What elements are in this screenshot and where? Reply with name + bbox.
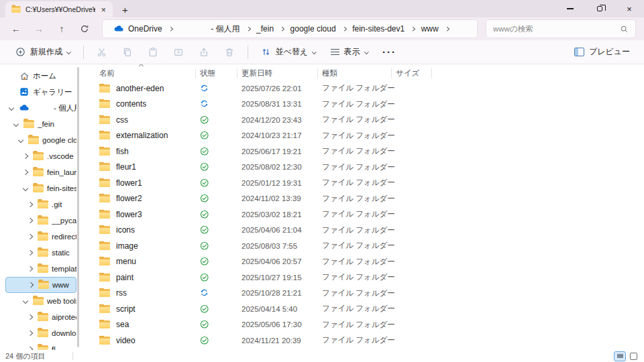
file-row-menu[interactable]: menu2025/04/06 20:57ファイル フォルダー <box>87 254 644 270</box>
file-row-image[interactable]: image2025/08/03 7:55ファイル フォルダー <box>87 238 644 254</box>
file-type: ファイル フォルダー <box>322 146 396 156</box>
sidebar-item-download[interactable]: download <box>5 325 76 341</box>
refresh-button[interactable] <box>74 19 95 38</box>
chevron-right-icon[interactable] <box>27 266 32 272</box>
sidebar-item-fein-sites-dev1[interactable]: fein-sites-dev1 <box>5 180 76 196</box>
file-row-another-eden[interactable]: another-eden2025/07/26 22:01ファイル フォルダー <box>87 80 644 97</box>
breadcrumb-item-fein[interactable]: _fein <box>252 24 278 34</box>
breadcrumb-item-personal[interactable]: - 個人用 <box>207 23 244 35</box>
share-button[interactable] <box>193 43 215 62</box>
sidebar-item-onedrive-personal[interactable]: - 個人用 <box>5 100 76 116</box>
breadcrumb-item-onedrive[interactable]: OneDrive <box>109 23 166 34</box>
sidebar-item-home[interactable]: ホーム <box>5 68 76 84</box>
file-row-flower2[interactable]: flower22024/11/02 13:39ファイル フォルダー <box>87 191 644 207</box>
breadcrumb-item-www[interactable]: www <box>417 24 443 34</box>
sidebar-item-vscode[interactable]: .vscode <box>5 148 76 164</box>
file-row-rss[interactable]: rss2025/10/28 21:21ファイル フォルダー <box>87 286 644 302</box>
file-name: flower2 <box>116 194 142 203</box>
chevron-down-icon[interactable] <box>17 137 23 143</box>
search-box[interactable]: wwwの検索 <box>486 19 636 38</box>
chevron-right-icon[interactable] <box>27 218 32 223</box>
breadcrumb[interactable]: OneDrive- 個人用_feingoogle cloudfein-sites… <box>102 19 478 38</box>
cut-button[interactable] <box>91 43 113 62</box>
rename-button[interactable]: A <box>167 43 190 62</box>
file-row-sea[interactable]: sea2025/05/06 17:30ファイル フォルダー <box>87 317 644 333</box>
details-view-toggle[interactable] <box>614 351 626 361</box>
paste-button[interactable] <box>142 43 164 62</box>
new-tab-button[interactable]: + <box>122 4 128 15</box>
preview-button[interactable]: プレビュー <box>568 43 636 62</box>
file-row-contents[interactable]: contents2025/08/31 13:31ファイル フォルダー <box>87 97 644 113</box>
forward-button[interactable]: → <box>28 19 50 38</box>
chevron-right-icon[interactable] <box>168 27 172 31</box>
sidebar-item-google-cloud[interactable]: google cloud <box>5 132 76 148</box>
sidebar-item-templates[interactable]: templates <box>5 261 76 277</box>
file-row-video[interactable]: video2024/11/21 20:39ファイル フォルダー <box>87 333 644 349</box>
breadcrumb-item-fein-sites-dev1[interactable]: fein-sites-dev1 <box>348 24 409 34</box>
chevron-right-icon[interactable] <box>411 27 415 31</box>
file-row-fish[interactable]: fish2025/06/17 19:21ファイル フォルダー <box>87 143 644 160</box>
close-button[interactable]: × <box>614 0 644 17</box>
chevron-right-icon[interactable] <box>280 27 284 31</box>
file-row-icons[interactable]: icons2025/04/06 21:04ファイル フォルダー <box>87 223 644 239</box>
breadcrumb-label: google cloud <box>290 24 336 34</box>
chevron-right-icon[interactable] <box>27 330 32 336</box>
breadcrumb-item-google-cloud[interactable]: google cloud <box>286 24 340 34</box>
sidebar-item-fein[interactable]: _fein <box>5 116 76 132</box>
chevron-down-icon[interactable] <box>22 298 28 304</box>
chevron-right-icon[interactable] <box>22 170 28 175</box>
chevron-right-icon[interactable] <box>28 282 33 288</box>
minimize-button[interactable] <box>555 0 585 17</box>
file-explorer-window: C:¥Users¥¥OneDrive¥_fe × + × ← → ↑ OneDr… <box>0 0 644 362</box>
sidebar-item-static[interactable]: static <box>5 245 76 261</box>
chevron-right-icon[interactable] <box>342 27 346 31</box>
file-row-script[interactable]: script2025/04/14 5:40ファイル フォルダー <box>87 301 644 317</box>
chevron-down-icon[interactable] <box>8 105 13 111</box>
column-header-type[interactable]: 種類 <box>322 68 396 78</box>
new-button[interactable]: 新規作成 <box>9 43 76 62</box>
sidebar-item-gallery[interactable]: ギャラリー <box>5 84 76 100</box>
chevron-down-icon[interactable] <box>13 121 18 127</box>
file-row-externalization[interactable]: externalization2024/10/23 21:17ファイル フォルダ… <box>87 128 644 144</box>
sort-button[interactable]: 並べ替え <box>255 43 322 62</box>
explorer-tab[interactable]: C:¥Users¥¥OneDrive¥_fe × <box>5 1 113 17</box>
sidebar-item-partial-item[interactable]: fl <box>5 341 76 350</box>
file-row-fleur1[interactable]: fleur12025/08/02 12:30ファイル フォルダー <box>87 160 644 176</box>
chevron-right-icon[interactable] <box>27 314 32 320</box>
chevron-right-icon[interactable] <box>27 202 32 207</box>
sidebar-item-git[interactable]: .git <box>5 196 76 213</box>
folder-icon <box>38 217 48 225</box>
chevron-right-icon[interactable] <box>27 234 32 239</box>
column-header-modified[interactable]: 更新日時 <box>241 68 322 78</box>
chevron-right-icon[interactable] <box>27 347 32 350</box>
sidebar-item-pycache[interactable]: __pycache__ <box>5 213 76 229</box>
chevron-right-icon[interactable] <box>22 154 28 159</box>
up-button[interactable]: ↑ <box>51 19 72 38</box>
sidebar-item-www[interactable]: www <box>5 277 76 293</box>
large-icons-view-toggle[interactable] <box>630 353 637 360</box>
copy-button[interactable] <box>116 43 139 62</box>
sidebar-item-fein-launcher[interactable]: fein_launcher <box>5 164 76 180</box>
chevron-down-icon[interactable] <box>22 186 28 191</box>
tab-close-icon[interactable]: × <box>99 5 107 14</box>
column-header-size[interactable]: サイズ <box>396 68 436 78</box>
chevron-right-icon[interactable] <box>27 250 32 255</box>
file-row-paint[interactable]: paint2025/10/27 19:15ファイル フォルダー <box>87 269 644 286</box>
column-header-name[interactable]: 名前 <box>99 68 200 78</box>
sidebar-item-redirect-serv[interactable]: redirect-serv <box>5 229 76 245</box>
sidebar-item-web-tools[interactable]: web tools <box>5 293 76 309</box>
file-row-css[interactable]: css2024/12/20 23:43ファイル フォルダー <box>87 112 644 128</box>
delete-button[interactable] <box>218 43 241 62</box>
file-row-flower1[interactable]: flower12025/01/12 19:31ファイル フォルダー <box>87 175 644 191</box>
file-row-flower3[interactable]: flower32025/03/02 18:21ファイル フォルダー <box>87 206 644 223</box>
folder-icon <box>99 305 110 313</box>
more-button[interactable]: ··· <box>376 43 402 62</box>
sidebar-scrollbar[interactable] <box>77 67 79 347</box>
column-header-status[interactable]: 状態 <box>200 68 241 78</box>
chevron-right-icon[interactable] <box>445 27 449 31</box>
back-button[interactable]: ← <box>5 19 27 38</box>
chevron-right-icon[interactable] <box>246 27 250 31</box>
restore-button[interactable] <box>585 0 614 17</box>
sidebar-item-aiprotect[interactable]: aiprotect <box>5 309 76 325</box>
view-button[interactable]: 表示 <box>325 43 374 62</box>
